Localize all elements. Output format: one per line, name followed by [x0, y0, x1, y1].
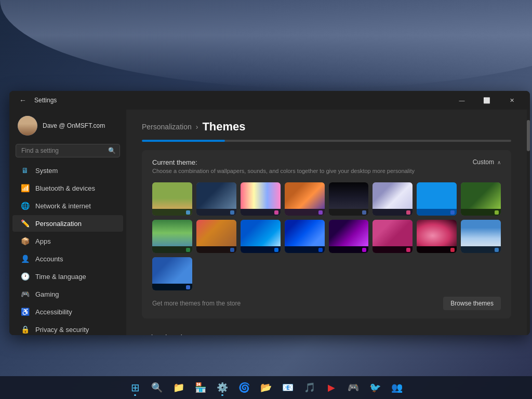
taskbar-edge[interactable]: 🌀: [235, 378, 254, 397]
theme-item-coastal[interactable]: [152, 257, 192, 290]
theme-item-win11-dark[interactable]: [285, 220, 325, 253]
sidebar-item-system[interactable]: 🖥 System: [12, 162, 123, 179]
taskbar-start[interactable]: ⊞: [126, 378, 144, 397]
theme-item-abstract[interactable]: [285, 182, 325, 216]
edge-icon: 🌀: [238, 382, 250, 393]
window-controls: — ⬜ ✕: [450, 92, 524, 109]
breadcrumb-separator: ›: [196, 123, 198, 131]
taskbar-xbox[interactable]: 🎮: [344, 378, 363, 397]
maximize-button[interactable]: ⬜: [475, 92, 499, 109]
sidebar-item-label: Personalization: [35, 220, 82, 228]
settings-window: ← Settings — ⬜ ✕ Dave @ OnMSFT.com 🔍: [9, 91, 530, 335]
related-settings-title: Related settings: [142, 334, 194, 335]
theme-item-win11-light[interactable]: [241, 220, 281, 253]
sidebar-item-network[interactable]: 🌐 Network & internet: [12, 197, 123, 214]
theme-grid: [152, 182, 501, 290]
sidebar-item-privacy[interactable]: 🔒 Privacy & security: [12, 321, 123, 335]
sidebar-item-time[interactable]: 🕐 Time & language: [12, 268, 123, 285]
user-name: Dave @ OnMSFT.com: [43, 122, 105, 129]
current-theme-value: Custom: [473, 158, 494, 166]
theme-item-purple[interactable]: [329, 220, 369, 253]
search-input[interactable]: [16, 144, 120, 157]
store-icon: 🏪: [195, 382, 206, 393]
browse-themes-button[interactable]: Browse themes: [443, 297, 501, 310]
sidebar-item-label: Bluetooth & devices: [35, 184, 95, 192]
taskbar-search[interactable]: 🔍: [148, 378, 166, 397]
sidebar-item-personalization[interactable]: ✏️ Personalization: [12, 215, 123, 232]
taskbar-twitter[interactable]: 🐦: [366, 378, 384, 397]
taskbar: ⊞ 🔍 📁 🏪 ⚙️ 🌀 📂 📧 🎵 ▶ 🎮 🐦 👥: [0, 376, 532, 399]
accessibility-icon: ♿: [21, 308, 29, 316]
bluetooth-icon: 📶: [21, 184, 29, 192]
sidebar-item-accessibility[interactable]: ♿ Accessibility: [12, 303, 123, 320]
theme-header: Current theme: Choose a combination of w…: [152, 158, 501, 174]
sidebar-item-label: Network & internet: [35, 202, 91, 210]
xbox-icon: 🎮: [348, 382, 359, 393]
sidebar-item-bluetooth[interactable]: 📶 Bluetooth & devices: [12, 180, 123, 196]
theme-item-rose[interactable]: [417, 220, 457, 253]
taskbar-mail[interactable]: 📧: [278, 378, 297, 397]
related-settings-section: Related settings: [142, 329, 511, 335]
taskbar-store[interactable]: 🏪: [191, 378, 210, 397]
sidebar-item-label: Privacy & security: [35, 326, 89, 334]
close-button[interactable]: ✕: [500, 92, 524, 109]
sidebar: Dave @ OnMSFT.com 🔍 🖥 System 📶 Bluetooth…: [9, 110, 126, 335]
theme-description: Choose a combination of wallpapers, soun…: [152, 168, 415, 174]
theme-item-country[interactable]: [152, 182, 192, 216]
chevron-up-icon: ∧: [497, 159, 501, 165]
minimize-button[interactable]: —: [450, 92, 474, 109]
media-icon: ▶: [328, 382, 335, 393]
user-profile[interactable]: Dave @ OnMSFT.com: [9, 110, 126, 142]
theme-item-garden[interactable]: [152, 220, 192, 253]
theme-item-dark[interactable]: [329, 182, 369, 216]
twitter-icon: 🐦: [369, 382, 381, 393]
title-bar: ← Settings — ⬜ ✕: [9, 91, 530, 110]
theme-item-blue[interactable]: [417, 182, 457, 216]
spotify-icon: 🎵: [304, 382, 315, 393]
search-icon: 🔍: [108, 147, 116, 154]
scrollbar-track[interactable]: [527, 110, 530, 335]
sidebar-item-label: Time & language: [35, 273, 86, 281]
window-title: Settings: [34, 97, 450, 104]
theme-bottom-bar: Get more themes from the store Browse th…: [152, 297, 501, 310]
sidebar-item-label: System: [35, 167, 58, 175]
files-icon: 📁: [173, 382, 184, 393]
apps-icon: 📦: [21, 237, 29, 245]
mail-icon: 📧: [282, 382, 294, 393]
theme-item-forest[interactable]: [461, 182, 501, 216]
theme-title: Current theme:: [152, 158, 415, 166]
taskbar-media[interactable]: ▶: [322, 378, 341, 397]
breadcrumb-parent[interactable]: Personalization: [142, 123, 192, 131]
theme-item-rose-dark[interactable]: [373, 220, 413, 253]
get-more-text: Get more themes from the store: [152, 300, 241, 307]
scroll-indicator: [142, 140, 511, 142]
taskbar-files[interactable]: 📁: [169, 378, 188, 397]
taskbar-teams[interactable]: 👥: [388, 378, 406, 397]
scroll-progress: [142, 140, 225, 142]
sidebar-item-apps[interactable]: 📦 Apps: [12, 233, 123, 249]
start-icon: ⊞: [131, 381, 140, 394]
search-box: 🔍: [16, 144, 120, 157]
sidebar-item-label: Accessibility: [35, 308, 72, 316]
explorer-icon: 📂: [260, 382, 272, 393]
theme-item-sky[interactable]: [461, 220, 501, 253]
current-theme-badge[interactable]: Custom ∧: [473, 158, 501, 166]
scrollbar-thumb[interactable]: [527, 120, 530, 151]
taskbar-explorer[interactable]: 📂: [257, 378, 275, 397]
taskbar-settings[interactable]: ⚙️: [213, 378, 232, 397]
privacy-icon: 🔒: [21, 325, 29, 334]
system-icon: 🖥: [21, 166, 29, 175]
time-icon: 🕐: [21, 272, 29, 281]
breadcrumb: Personalization › Themes: [142, 120, 511, 134]
sidebar-item-accounts[interactable]: 👤 Accounts: [12, 250, 123, 267]
back-button[interactable]: ←: [16, 93, 30, 108]
taskbar-spotify[interactable]: 🎵: [300, 378, 319, 397]
content-area: Dave @ OnMSFT.com 🔍 🖥 System 📶 Bluetooth…: [9, 110, 530, 335]
theme-item-prism[interactable]: [241, 182, 281, 216]
theme-info: Current theme: Choose a combination of w…: [152, 158, 415, 174]
theme-item-autumn[interactable]: [196, 220, 236, 253]
theme-item-cloud[interactable]: [373, 182, 413, 216]
theme-item-dark-modern[interactable]: [196, 182, 236, 216]
sidebar-item-gaming[interactable]: 🎮 Gaming: [12, 286, 123, 302]
settings-icon: ⚙️: [217, 382, 228, 393]
